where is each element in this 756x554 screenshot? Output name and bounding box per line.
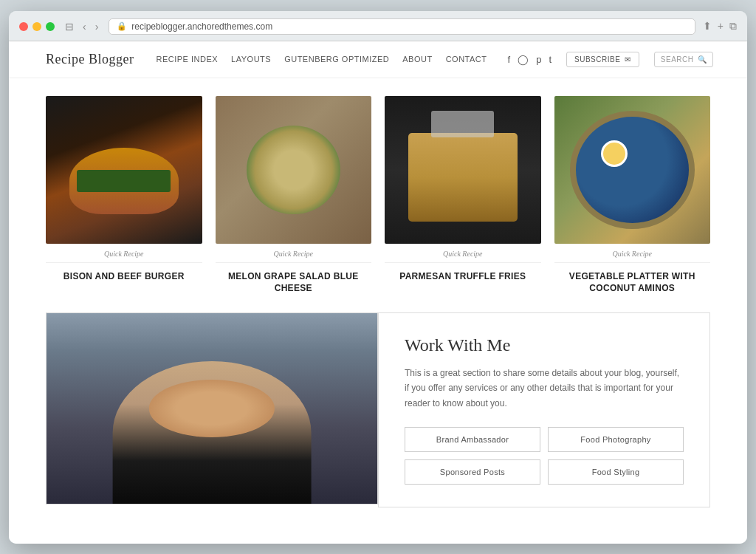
recipe-grid: Quick Recipe BISON AND BEEF BURGER Quick…: [9, 78, 747, 313]
address-bar[interactable]: 🔒 recipeblogger.anchoredthemes.com: [109, 18, 695, 35]
windows-icon[interactable]: ⧉: [729, 20, 737, 33]
recipe-image-burger: [46, 96, 202, 244]
nav-social: f ◯ p t: [508, 54, 551, 65]
page-content: Recipe Blogger RECIPE INDEX LAYOUTS GUTE…: [9, 41, 747, 544]
recipe-card-4[interactable]: Quick Recipe VEGETABLE PLATTER WITH COCO…: [554, 96, 711, 295]
recipe-card-3[interactable]: Quick Recipe PARMESAN TRUFFLE FRIES: [385, 96, 541, 295]
twitter-icon[interactable]: t: [549, 54, 551, 65]
minimize-button[interactable]: [32, 22, 41, 31]
traffic-lights: [19, 22, 55, 31]
site-logo[interactable]: Recipe Blogger: [46, 52, 134, 67]
recipe-image-veggie: [554, 96, 711, 244]
search-box[interactable]: SEARCH 🔍: [654, 52, 713, 67]
recipe-title-4: VEGETABLE PLATTER WITH COCONUT AMINOS: [554, 270, 711, 295]
share-icon[interactable]: ⬆: [703, 20, 712, 33]
food-photography-button[interactable]: Food Photography: [548, 427, 684, 452]
sidebar-toggle-button[interactable]: ⊟: [62, 19, 77, 34]
work-buttons-grid: Brand Ambassador Food Photography Sponso…: [405, 427, 684, 485]
pinterest-icon[interactable]: p: [536, 54, 541, 65]
new-tab-icon[interactable]: +: [718, 20, 724, 33]
browser-actions: ⬆ + ⧉: [703, 20, 737, 33]
subscribe-label: SUBSCRIBE: [574, 55, 620, 64]
recipe-title-2: MELON GRAPE SALAD BLUE CHEESE: [216, 270, 372, 295]
subscribe-button[interactable]: SUBSCRIBE ✉: [566, 52, 639, 67]
nav-contact[interactable]: CONTACT: [446, 55, 487, 64]
search-icon: 🔍: [698, 55, 707, 64]
recipe-category-3: Quick Recipe: [385, 250, 541, 263]
recipe-image-fries: [385, 96, 541, 244]
profile-image: [46, 312, 378, 505]
nav-layouts[interactable]: LAYOUTS: [231, 55, 271, 64]
work-with-me-description: This is a great section to share some de…: [405, 366, 684, 411]
site-navigation: Recipe Blogger RECIPE INDEX LAYOUTS GUTE…: [9, 41, 747, 78]
work-with-me-box: Work With Me This is a great section to …: [378, 312, 710, 507]
close-button[interactable]: [19, 22, 28, 31]
url-text: recipeblogger.anchoredthemes.com: [131, 21, 272, 32]
bottom-section: Work With Me This is a great section to …: [9, 312, 747, 530]
facebook-icon[interactable]: f: [508, 54, 511, 65]
maximize-button[interactable]: [46, 22, 55, 31]
recipe-category-4: Quick Recipe: [554, 250, 711, 263]
work-with-me-title: Work With Me: [405, 335, 684, 355]
mail-icon: ✉: [625, 55, 631, 64]
browser-controls: ⊟ ‹ ›: [62, 19, 101, 34]
instagram-icon[interactable]: ◯: [518, 54, 529, 65]
recipe-image-salad: [216, 96, 372, 244]
recipe-category-2: Quick Recipe: [216, 250, 372, 263]
sponsored-posts-button[interactable]: Sponsored Posts: [405, 459, 540, 485]
nav-recipe-index[interactable]: RECIPE INDEX: [156, 55, 218, 64]
recipe-card-1[interactable]: Quick Recipe BISON AND BEEF BURGER: [46, 96, 202, 295]
browser-window: ⊟ ‹ › 🔒 recipeblogger.anchoredthemes.com…: [9, 11, 747, 544]
brand-ambassador-button[interactable]: Brand Ambassador: [405, 427, 540, 452]
recipe-title-3: PARMESAN TRUFFLE FRIES: [385, 270, 541, 283]
nav-gutenberg[interactable]: GUTENBERG OPTIMIZED: [284, 55, 389, 64]
browser-chrome: ⊟ ‹ › 🔒 recipeblogger.anchoredthemes.com…: [9, 11, 747, 41]
lock-icon: 🔒: [117, 21, 127, 31]
search-placeholder: SEARCH: [661, 55, 694, 64]
food-styling-button[interactable]: Food Styling: [548, 459, 684, 485]
nav-links: RECIPE INDEX LAYOUTS GUTENBERG OPTIMIZED…: [156, 55, 487, 64]
back-button[interactable]: ‹: [80, 19, 89, 34]
forward-button[interactable]: ›: [92, 19, 102, 34]
recipe-category-1: Quick Recipe: [46, 250, 202, 263]
recipe-card-2[interactable]: Quick Recipe MELON GRAPE SALAD BLUE CHEE…: [216, 96, 372, 295]
nav-about[interactable]: ABOUT: [402, 55, 432, 64]
recipe-title-1: BISON AND BEEF BURGER: [46, 270, 202, 283]
